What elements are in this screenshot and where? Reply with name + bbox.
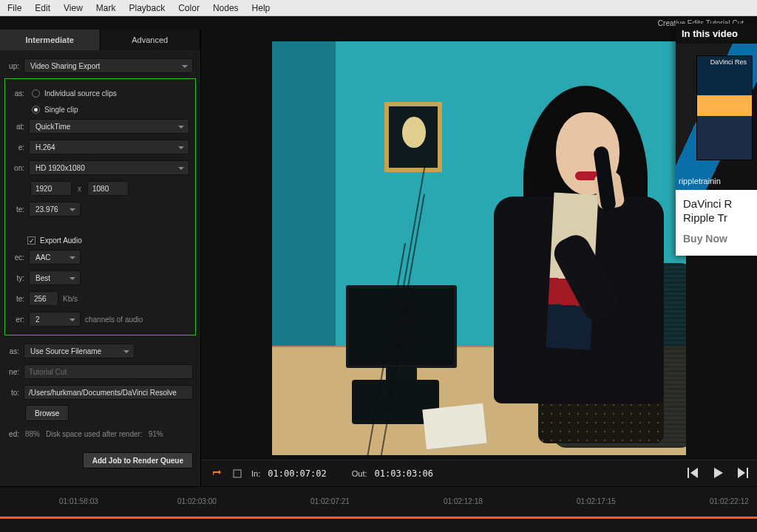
custom-name-input[interactable]: Tutorial Cut [24,364,193,379]
svg-rect-0 [234,470,241,477]
audio-bitrate-input[interactable]: 256 [29,291,58,306]
match-frame-icon[interactable] [231,468,244,479]
loop-icon[interactable] [210,468,223,479]
audio-channels-label: er: [11,316,24,324]
in-timecode[interactable]: 01:00:07:02 [268,468,326,479]
audio-codec-select[interactable]: AAC [29,250,81,265]
filename-mode-select[interactable]: Use Source Filename [24,344,135,358]
buy-now-link[interactable]: Buy Now [683,233,727,245]
timeline-tick: 01:02:03:00 [177,497,217,505]
play-button[interactable] [713,468,723,480]
radio-single-label: Single clip [44,106,78,114]
next-button[interactable] [736,468,748,480]
card-boxart[interactable]: DaVinci Res rippletrainin [676,44,757,190]
timeline-tick: 01:02:17:15 [577,497,616,505]
audio-codec-label: ec: [11,253,24,262]
viewer-underbar: In: 01:00:07:02 Out: 01:03:03:06 [201,460,757,486]
menubar: File Edit View Mark Playback Color Nodes… [0,0,757,16]
in-label: In: [251,469,260,478]
audio-bitrate-unit: Kb/s [63,295,78,303]
tab-intermediate[interactable]: Intermediate [0,30,101,50]
project-titlebar: Creative Edits Tutorial Cut [0,16,757,30]
codec-label: e: [11,143,24,151]
menu-color[interactable]: Color [178,3,200,13]
video-viewer[interactable] [272,41,686,455]
export-audio-label: Export Audio [40,236,82,245]
radio-single-clip[interactable] [32,106,40,114]
viewer-area: In: 01:00:07:02 Out: 01:03:03:06 [201,30,757,486]
menu-view[interactable]: View [64,3,83,13]
menu-playback[interactable]: Playback [129,3,166,13]
preset-select[interactable]: Video Sharing Export [24,58,193,73]
res-x-label: x [78,185,81,193]
resolution-label: on: [11,164,24,172]
custom-name-label: ne: [6,368,19,376]
timeline[interactable]: 01:01:58:03 01:02:03:00 01:02:07:21 01:0… [0,486,757,532]
codec-select[interactable]: H.264 [29,140,189,154]
render-as-label: as: [11,89,24,98]
boxart-top-text: DaVinci Res [710,58,747,66]
timeline-tick: 01:02:22:12 [710,497,749,505]
card-header: In this video [676,24,757,44]
disk-after-text: Disk space used after render: [46,430,143,438]
add-job-button[interactable]: Add Job to Render Queue [83,452,193,468]
tab-advanced[interactable]: Advanced [101,30,201,50]
format-label: at: [11,123,24,131]
video-card-overlay: In this video DaVinci Res rippletrainin … [676,24,757,256]
audio-channels-select[interactable]: 2 [29,312,81,327]
resolution-select[interactable]: HD 1920x1080 [29,160,189,175]
menu-help[interactable]: Help [252,3,271,13]
audio-channels-suffix: channels of audio [85,316,143,324]
format-select[interactable]: QuickTime [29,119,189,134]
res-height-input[interactable]: 1080 [87,181,129,196]
timeline-tick: 01:01:58:03 [59,497,98,505]
framerate-select[interactable]: 23.976 [29,202,81,216]
location-label: to: [6,389,19,397]
deliver-panel: Intermediate Advanced up: Video Sharing … [0,30,201,486]
timeline-tick: 01:02:07:21 [310,497,350,505]
audio-quality-label: ty: [11,274,24,282]
timeline-tick: 01:02:12:18 [444,497,483,505]
audio-bitrate-label: te: [11,295,24,303]
browse-button[interactable]: Browse [25,405,69,421]
out-timecode[interactable]: 01:03:03:06 [375,468,433,479]
location-input[interactable]: /Users/hurkman/Documents/DaVinci Resolve [24,385,193,400]
timeline-range[interactable] [0,516,757,519]
card-brand: rippletrainin [679,177,721,185]
radio-individual-label: Individual source clips [44,89,117,98]
card-title: DaVinci R Ripple Tr [683,197,750,225]
disk-label: ed: [6,430,19,438]
audio-quality-select[interactable]: Best [29,270,81,285]
video-frame [272,41,686,455]
transport-controls [688,468,748,480]
render-settings-group: as: Individual source clips Single clip … [4,78,196,335]
export-audio-checkbox[interactable]: ✓ [27,236,35,245]
out-label: Out: [352,469,367,478]
deliver-tabs: Intermediate Advanced [0,30,200,50]
preset-label: up: [6,62,19,70]
res-width-input[interactable]: 1920 [30,181,72,196]
menu-nodes[interactable]: Nodes [213,3,239,13]
radio-individual-clips[interactable] [32,89,40,98]
filename-mode-label: as: [6,347,19,355]
framerate-label: te: [11,205,24,214]
prev-button[interactable] [688,468,699,480]
disk-after-pct: 91% [149,430,163,438]
menu-mark[interactable]: Mark [96,3,116,13]
menu-file[interactable]: File [7,3,21,13]
disk-used-pct: 88% [25,430,40,438]
menu-edit[interactable]: Edit [35,3,50,13]
